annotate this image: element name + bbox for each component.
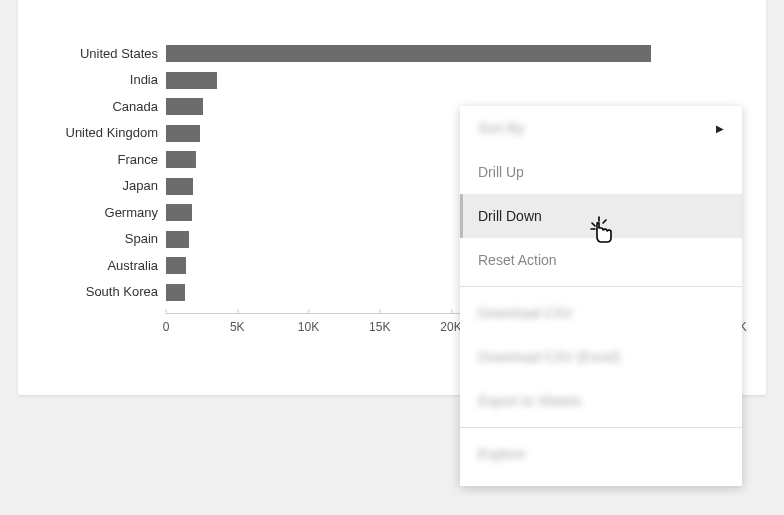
bar-label: Spain (48, 231, 166, 246)
menu-item-sort-by[interactable]: Sort By▶ (460, 106, 742, 150)
bar[interactable] (166, 231, 189, 248)
menu-item-label: Sort By (478, 120, 524, 136)
context-menu[interactable]: Sort By▶Drill UpDrill DownReset ActionDo… (460, 106, 742, 486)
menu-divider (460, 427, 742, 428)
menu-item-download-csv-excel-[interactable]: Download CSV (Excel) (460, 335, 742, 379)
bar-label: United Kingdom (48, 125, 166, 140)
bar-label: Australia (48, 258, 166, 273)
menu-item-label: Drill Down (478, 208, 542, 224)
menu-item-drill-down[interactable]: Drill Down (460, 194, 742, 238)
chevron-right-icon: ▶ (716, 123, 724, 134)
bar[interactable] (166, 98, 203, 115)
menu-item-explore[interactable]: Explore (460, 432, 742, 476)
bar-label: France (48, 152, 166, 167)
bar[interactable] (166, 204, 192, 221)
menu-item-drill-up[interactable]: Drill Up (460, 150, 742, 194)
bar[interactable] (166, 45, 651, 62)
menu-item-download-csv[interactable]: Download CSV (460, 291, 742, 335)
bar[interactable] (166, 125, 200, 142)
x-tick: 15K (369, 314, 390, 334)
bar[interactable] (166, 284, 185, 301)
bar[interactable] (166, 151, 196, 168)
bar[interactable] (166, 178, 193, 195)
menu-item-reset-action[interactable]: Reset Action (460, 238, 742, 282)
bar-label: India (48, 72, 166, 87)
menu-item-label: Download CSV (478, 305, 573, 321)
menu-item-label: Download CSV (Excel) (478, 349, 620, 365)
menu-item-label: Explore (478, 446, 525, 462)
x-tick: 20K (440, 314, 461, 334)
menu-item-export-to-sheets[interactable]: Export to Sheets (460, 379, 742, 423)
menu-item-label: Reset Action (478, 252, 557, 268)
bar-label: Japan (48, 178, 166, 193)
menu-item-label: Drill Up (478, 164, 524, 180)
x-tick: 10K (298, 314, 319, 334)
bar-row[interactable]: United States (48, 40, 736, 67)
bar-label: Germany (48, 205, 166, 220)
bar-label: United States (48, 46, 166, 61)
bar-track (166, 71, 736, 89)
bar-label: South Korea (48, 284, 166, 299)
menu-item-label: Export to Sheets (478, 393, 582, 409)
bar[interactable] (166, 72, 217, 89)
bar-track (166, 44, 736, 62)
menu-divider (460, 286, 742, 287)
bar-row[interactable]: India (48, 67, 736, 94)
bar[interactable] (166, 257, 186, 274)
x-tick: 5K (230, 314, 245, 334)
x-tick: 0 (163, 314, 170, 334)
bar-label: Canada (48, 99, 166, 114)
